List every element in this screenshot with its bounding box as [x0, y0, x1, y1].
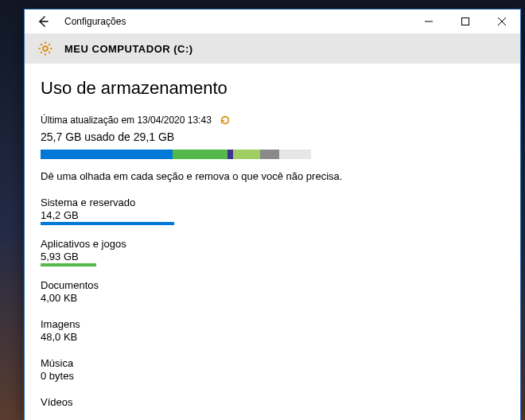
usage-bar: [41, 150, 311, 159]
maximize-icon: [461, 18, 469, 25]
category-name: Aplicativos e jogos: [41, 238, 504, 250]
maximize-button[interactable]: [447, 10, 484, 33]
usage-bar-segment: [228, 150, 233, 159]
desktop-background: FLORIANÓPOLIS Configurações: [0, 0, 525, 420]
category-bar: [41, 223, 311, 224]
category-list: Sistema e reservado14,2 GBAplicativos e …: [41, 196, 504, 408]
gear-icon: [36, 39, 55, 58]
svg-point-5: [43, 46, 48, 51]
category-item[interactable]: Documentos4,00 KB: [41, 279, 504, 304]
hint-text: Dê uma olhada em cada seção e remova o q…: [41, 170, 504, 182]
category-bar: [41, 264, 311, 265]
arrow-left-icon: [37, 15, 49, 28]
category-size: 48,0 KB: [41, 331, 504, 343]
category-item[interactable]: Sistema e reservado14,2 GB: [41, 196, 504, 224]
usage-bar-segment: [233, 150, 260, 159]
back-button[interactable]: [25, 10, 61, 33]
category-name: Sistema e reservado: [41, 196, 504, 208]
category-size: 5,93 GB: [41, 251, 504, 262]
category-bar-fill: [41, 263, 96, 266]
close-button[interactable]: [484, 10, 520, 33]
category-item[interactable]: Música0 bytes: [41, 357, 504, 382]
category-name: Documentos: [41, 279, 504, 291]
page-title: Uso de armazenamento: [41, 78, 504, 99]
category-item[interactable]: Vídeos: [41, 396, 504, 408]
content-area: Uso de armazenamento Última atualização …: [25, 64, 520, 420]
refresh-icon: [220, 115, 231, 126]
sub-header: MEU COMPUTADOR (C:): [25, 33, 520, 64]
window-title: Configurações: [64, 16, 126, 27]
window-titlebar: Configurações: [25, 10, 520, 33]
usage-bar-segment: [41, 150, 173, 159]
refresh-button[interactable]: [220, 115, 231, 126]
usage-bar-segment: [279, 150, 311, 159]
minimize-button[interactable]: [410, 10, 447, 33]
category-size: 4,00 KB: [41, 292, 504, 304]
category-item[interactable]: Aplicativos e jogos5,93 GB: [41, 238, 504, 265]
category-name: Imagens: [41, 318, 504, 330]
settings-window: Configurações: [24, 9, 521, 420]
svg-rect-2: [462, 18, 469, 25]
category-size: 0 bytes: [41, 370, 504, 382]
minimize-icon: [425, 18, 433, 25]
usage-bar-segment: [173, 150, 228, 159]
last-updated-row: Última atualização em 13/04/2020 13:43: [41, 115, 504, 126]
usage-summary: 25,7 GB usado de 29,1 GB: [41, 130, 504, 143]
category-name: Vídeos: [41, 396, 504, 408]
drive-label: MEU COMPUTADOR (C:): [64, 43, 193, 55]
last-updated-label: Última atualização em 13/04/2020 13:43: [41, 115, 212, 126]
category-item[interactable]: Imagens48,0 KB: [41, 318, 504, 343]
category-name: Música: [41, 357, 504, 369]
category-size: 14,2 GB: [41, 209, 504, 221]
category-bar-fill: [41, 222, 174, 225]
close-icon: [498, 18, 506, 25]
usage-bar-segment: [260, 150, 279, 159]
